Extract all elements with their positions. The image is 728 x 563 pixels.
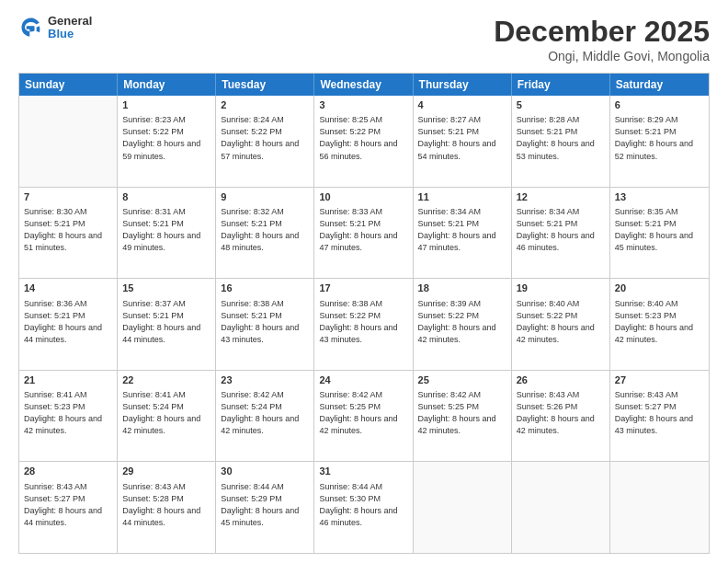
- calendar-cell: 4Sunrise: 8:27 AMSunset: 5:21 PMDaylight…: [414, 96, 512, 187]
- calendar-day-header: Friday: [512, 74, 610, 96]
- calendar-cell: 3Sunrise: 8:25 AMSunset: 5:22 PMDaylight…: [314, 96, 413, 187]
- cell-info: Sunrise: 8:27 AMSunset: 5:21 PMDaylight:…: [418, 114, 506, 162]
- calendar-cell: 19Sunrise: 8:40 AMSunset: 5:22 PMDayligh…: [512, 279, 610, 370]
- calendar-cell: 30Sunrise: 8:44 AMSunset: 5:29 PMDayligh…: [216, 462, 314, 553]
- calendar-cell: 16Sunrise: 8:38 AMSunset: 5:21 PMDayligh…: [216, 279, 314, 370]
- cell-info: Sunrise: 8:28 AMSunset: 5:21 PMDaylight:…: [517, 114, 605, 162]
- cell-info: Sunrise: 8:37 AMSunset: 5:21 PMDaylight:…: [122, 298, 210, 346]
- calendar-cell: [19, 96, 118, 187]
- calendar-cell: 10Sunrise: 8:33 AMSunset: 5:21 PMDayligh…: [314, 188, 413, 279]
- cell-info: Sunrise: 8:39 AMSunset: 5:22 PMDaylight:…: [418, 298, 506, 346]
- calendar-cell: 25Sunrise: 8:42 AMSunset: 5:25 PMDayligh…: [414, 371, 512, 462]
- calendar-cell: 6Sunrise: 8:29 AMSunset: 5:21 PMDaylight…: [610, 96, 709, 187]
- cell-info: Sunrise: 8:24 AMSunset: 5:22 PMDaylight:…: [221, 114, 309, 162]
- day-number: 4: [418, 98, 506, 112]
- day-number: 19: [517, 282, 605, 295]
- calendar-cell: 28Sunrise: 8:43 AMSunset: 5:27 PMDayligh…: [19, 462, 118, 553]
- day-number: 14: [24, 282, 112, 295]
- cell-info: Sunrise: 8:35 AMSunset: 5:21 PMDaylight:…: [615, 206, 704, 254]
- logo-text: General Blue: [48, 15, 92, 41]
- day-number: 25: [418, 373, 506, 387]
- cell-info: Sunrise: 8:44 AMSunset: 5:30 PMDaylight:…: [319, 481, 407, 529]
- cell-info: Sunrise: 8:44 AMSunset: 5:29 PMDaylight:…: [221, 481, 309, 529]
- calendar-day-header: Wednesday: [314, 74, 413, 96]
- calendar-cell: 18Sunrise: 8:39 AMSunset: 5:22 PMDayligh…: [414, 279, 512, 370]
- calendar-day-header: Tuesday: [216, 74, 314, 96]
- calendar-day-header: Saturday: [610, 74, 709, 96]
- day-number: 18: [418, 282, 506, 295]
- calendar-cell: 11Sunrise: 8:34 AMSunset: 5:21 PMDayligh…: [414, 188, 512, 279]
- calendar-cell: 20Sunrise: 8:40 AMSunset: 5:23 PMDayligh…: [610, 279, 709, 370]
- day-number: 29: [122, 465, 210, 478]
- logo-blue: Blue: [48, 28, 92, 40]
- cell-info: Sunrise: 8:38 AMSunset: 5:22 PMDaylight:…: [319, 298, 407, 346]
- calendar-cell: 1Sunrise: 8:23 AMSunset: 5:22 PMDaylight…: [118, 96, 216, 187]
- cell-info: Sunrise: 8:42 AMSunset: 5:25 PMDaylight:…: [319, 389, 407, 437]
- cell-info: Sunrise: 8:40 AMSunset: 5:23 PMDaylight:…: [615, 298, 704, 346]
- calendar-week-row: 28Sunrise: 8:43 AMSunset: 5:27 PMDayligh…: [19, 462, 709, 553]
- calendar-body: 1Sunrise: 8:23 AMSunset: 5:22 PMDaylight…: [19, 96, 709, 553]
- day-number: 17: [319, 282, 407, 295]
- cell-info: Sunrise: 8:34 AMSunset: 5:21 PMDaylight:…: [418, 206, 506, 254]
- day-number: 2: [221, 98, 309, 112]
- day-number: 11: [418, 190, 506, 204]
- day-number: 31: [319, 465, 407, 478]
- calendar-day-header: Monday: [118, 74, 216, 96]
- calendar-cell: 2Sunrise: 8:24 AMSunset: 5:22 PMDaylight…: [216, 96, 314, 187]
- calendar-cell: 21Sunrise: 8:41 AMSunset: 5:23 PMDayligh…: [19, 371, 118, 462]
- day-number: 23: [221, 373, 309, 387]
- logo-icon: [18, 15, 44, 40]
- logo: General Blue: [18, 15, 92, 41]
- cell-info: Sunrise: 8:33 AMSunset: 5:21 PMDaylight:…: [319, 206, 407, 254]
- cell-info: Sunrise: 8:42 AMSunset: 5:24 PMDaylight:…: [221, 389, 309, 437]
- calendar-cell: [512, 462, 610, 553]
- cell-info: Sunrise: 8:36 AMSunset: 5:21 PMDaylight:…: [24, 298, 112, 346]
- title-block: December 2025 Ongi, Middle Govi, Mongoli…: [494, 15, 710, 63]
- cell-info: Sunrise: 8:34 AMSunset: 5:21 PMDaylight:…: [517, 206, 605, 254]
- day-number: 8: [122, 190, 210, 204]
- day-number: 28: [24, 465, 112, 478]
- calendar-cell: 15Sunrise: 8:37 AMSunset: 5:21 PMDayligh…: [118, 279, 216, 370]
- cell-info: Sunrise: 8:38 AMSunset: 5:21 PMDaylight:…: [221, 298, 309, 346]
- calendar-cell: [610, 462, 709, 553]
- header: General Blue December 2025 Ongi, Middle …: [18, 15, 710, 63]
- cell-info: Sunrise: 8:30 AMSunset: 5:21 PMDaylight:…: [24, 206, 112, 254]
- calendar-week-row: 14Sunrise: 8:36 AMSunset: 5:21 PMDayligh…: [19, 279, 709, 371]
- calendar-cell: 26Sunrise: 8:43 AMSunset: 5:26 PMDayligh…: [512, 371, 610, 462]
- calendar-day-header: Sunday: [19, 74, 118, 96]
- calendar-cell: 27Sunrise: 8:43 AMSunset: 5:27 PMDayligh…: [610, 371, 709, 462]
- calendar-title: December 2025: [494, 15, 710, 49]
- cell-info: Sunrise: 8:41 AMSunset: 5:23 PMDaylight:…: [24, 389, 112, 437]
- day-number: 5: [517, 98, 605, 112]
- cell-info: Sunrise: 8:25 AMSunset: 5:22 PMDaylight:…: [319, 114, 407, 162]
- day-number: 26: [517, 373, 605, 387]
- calendar-cell: 22Sunrise: 8:41 AMSunset: 5:24 PMDayligh…: [118, 371, 216, 462]
- calendar-cell: 12Sunrise: 8:34 AMSunset: 5:21 PMDayligh…: [512, 188, 610, 279]
- cell-info: Sunrise: 8:43 AMSunset: 5:27 PMDaylight:…: [24, 481, 112, 529]
- calendar-cell: 24Sunrise: 8:42 AMSunset: 5:25 PMDayligh…: [314, 371, 413, 462]
- calendar-cell: 9Sunrise: 8:32 AMSunset: 5:21 PMDaylight…: [216, 188, 314, 279]
- day-number: 13: [615, 190, 704, 204]
- day-number: 30: [221, 465, 309, 478]
- cell-info: Sunrise: 8:32 AMSunset: 5:21 PMDaylight:…: [221, 206, 309, 254]
- cell-info: Sunrise: 8:31 AMSunset: 5:21 PMDaylight:…: [122, 206, 210, 254]
- day-number: 3: [319, 98, 407, 112]
- cell-info: Sunrise: 8:41 AMSunset: 5:24 PMDaylight:…: [122, 389, 210, 437]
- cell-info: Sunrise: 8:43 AMSunset: 5:27 PMDaylight:…: [615, 389, 704, 437]
- calendar-cell: 17Sunrise: 8:38 AMSunset: 5:22 PMDayligh…: [314, 279, 413, 370]
- calendar-week-row: 7Sunrise: 8:30 AMSunset: 5:21 PMDaylight…: [19, 188, 709, 280]
- day-number: 24: [319, 373, 407, 387]
- day-number: 7: [24, 190, 112, 204]
- calendar-cell: 14Sunrise: 8:36 AMSunset: 5:21 PMDayligh…: [19, 279, 118, 370]
- calendar-cell: 8Sunrise: 8:31 AMSunset: 5:21 PMDaylight…: [118, 188, 216, 279]
- calendar-cell: 13Sunrise: 8:35 AMSunset: 5:21 PMDayligh…: [610, 188, 709, 279]
- day-number: 20: [615, 282, 704, 295]
- cell-info: Sunrise: 8:23 AMSunset: 5:22 PMDaylight:…: [122, 114, 210, 162]
- day-number: 1: [122, 98, 210, 112]
- calendar-day-header: Thursday: [414, 74, 512, 96]
- calendar-cell: 31Sunrise: 8:44 AMSunset: 5:30 PMDayligh…: [314, 462, 413, 553]
- calendar-week-row: 21Sunrise: 8:41 AMSunset: 5:23 PMDayligh…: [19, 371, 709, 463]
- day-number: 16: [221, 282, 309, 295]
- calendar-cell: 5Sunrise: 8:28 AMSunset: 5:21 PMDaylight…: [512, 96, 610, 187]
- calendar-cell: 23Sunrise: 8:42 AMSunset: 5:24 PMDayligh…: [216, 371, 314, 462]
